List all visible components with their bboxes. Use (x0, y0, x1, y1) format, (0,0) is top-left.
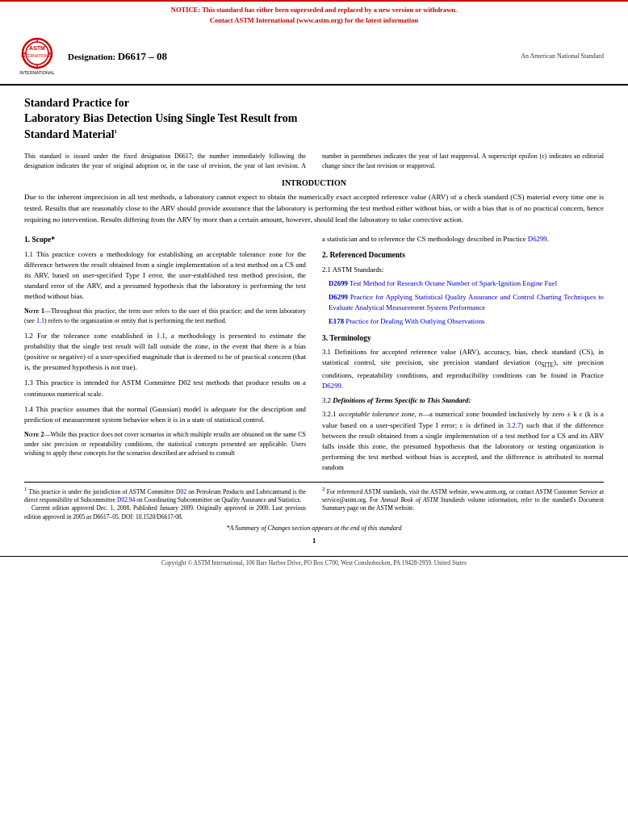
ref-e178-title: Practice for Dealing With Outlying Obser… (345, 317, 484, 325)
para-1-3: 1.3 This practice is intended for ASTM C… (24, 378, 306, 399)
page-number: 1 (24, 537, 604, 548)
ref-d2699-id: D2699 (329, 279, 348, 287)
notice-bar: NOTICE: This standard has either been su… (0, 0, 628, 29)
page: NOTICE: This standard has either been su… (0, 0, 628, 840)
designation-block: Designation: D6617 – 08 (68, 50, 167, 63)
right-column: a statistician and to reference the CS m… (322, 234, 604, 476)
note-1: Note 1—Throughout this practice, the ter… (24, 307, 306, 325)
designation-value: D6617 – 08 (118, 50, 167, 62)
para-3-1: 3.1 Definitions for accepted reference v… (322, 347, 604, 391)
scope-heading: 1. Scope* (24, 234, 306, 245)
para-1-2: 1.2 For the tolerance zone established i… (24, 331, 306, 374)
fn1-text: This practice is under the jurisdiction … (24, 487, 306, 520)
header-left: ASTM INTERNATIONAL INTERNATIONAL Designa… (16, 36, 167, 77)
note1-text: —Throughout this practice, the term user… (24, 307, 306, 324)
note-2: Note 2—While this practice does not cove… (24, 430, 306, 458)
title-line2: Laboratory Bias Detection Using Single T… (24, 112, 297, 124)
note1-label: Note 1 (24, 307, 44, 315)
note2-text: —While this practice does not cover scen… (24, 431, 306, 457)
title-block: Standard Practice for Laboratory Bias De… (24, 95, 604, 143)
ref-d6299-id: D6299 (329, 293, 348, 301)
notice-line1: NOTICE: This standard has either been su… (171, 6, 457, 14)
svg-text:ASTM: ASTM (29, 45, 45, 51)
ref-d6299-title: Practice for Applying Statistical Qualit… (329, 293, 604, 311)
ref-e178-id: E178 (329, 317, 344, 325)
para-1-4: 1.4 This practice assumes that the norma… (24, 404, 306, 425)
left-column: 1. Scope* 1.1 This practice covers a met… (24, 234, 306, 476)
ref-astm-label: 2.1 ASTM Standards: (322, 265, 604, 275)
ref-d6299: D6299 Practice for Applying Statistical … (322, 292, 604, 313)
national-standard: An American National Standard (521, 52, 604, 60)
fn1-sup: 1 (24, 486, 27, 492)
summary-bar: *A Summary of Changes section appears at… (24, 524, 604, 532)
document-title: Standard Practice for Laboratory Bias De… (24, 95, 604, 143)
ref-d2699-title: Test Method for Research Octane Number o… (350, 279, 557, 287)
col-right-top: a statistician and to reference the CS m… (322, 234, 604, 244)
fn2-text: For referenced ASTM standards, visit the… (322, 487, 604, 512)
intro-text: Due to the inherent imprecision in all t… (24, 192, 604, 226)
svg-text:INTERNATIONAL: INTERNATIONAL (21, 53, 53, 58)
terminology-heading: 3. Terminology (322, 332, 604, 344)
main-content: Standard Practice for Laboratory Bias De… (0, 86, 628, 557)
introduction-heading: INTRODUCTION (24, 178, 604, 187)
designation-label: Designation: (68, 52, 115, 61)
footnote-2: 2 For referenced ASTM standards, visit t… (322, 486, 604, 522)
preamble: This standard is issued under the fixed … (24, 152, 604, 170)
svg-text:INTERNATIONAL: INTERNATIONAL (19, 70, 55, 75)
ref-docs-heading: 2. Referenced Documents (322, 249, 604, 261)
para-3-2-1: 3.2.1 acceptable tolerance zone, n—a num… (322, 409, 604, 473)
two-column-body: 1. Scope* 1.1 This practice covers a met… (24, 234, 604, 476)
ref-d2699: D2699 Test Method for Research Octane Nu… (322, 278, 604, 289)
copyright-bar: Copyright © ASTM International, 100 Barr… (0, 556, 628, 569)
title-line1: Standard Practice for (24, 97, 129, 109)
footer-notes: 1 This practice is under the jurisdictio… (24, 482, 604, 522)
notice-line2: Contact ASTM International (www.astm.org… (210, 16, 418, 24)
astm-logo: ASTM INTERNATIONAL INTERNATIONAL (16, 36, 58, 77)
fn2-sup: 2 (322, 486, 325, 492)
note2-label: Note 2 (24, 431, 44, 438)
title-line3: Standard Material (24, 128, 115, 140)
para-3-2: 3.2 Definitions of Terms Specific to Thi… (322, 395, 604, 406)
header: ASTM INTERNATIONAL INTERNATIONAL Designa… (0, 29, 628, 86)
ref-e178: E178 Practice for Dealing With Outlying … (322, 316, 604, 327)
title-superscript: 1 (115, 128, 118, 135)
footnote-1: 1 This practice is under the jurisdictio… (24, 486, 306, 522)
para-1-1: 1.1 This practice covers a methodology f… (24, 249, 306, 303)
